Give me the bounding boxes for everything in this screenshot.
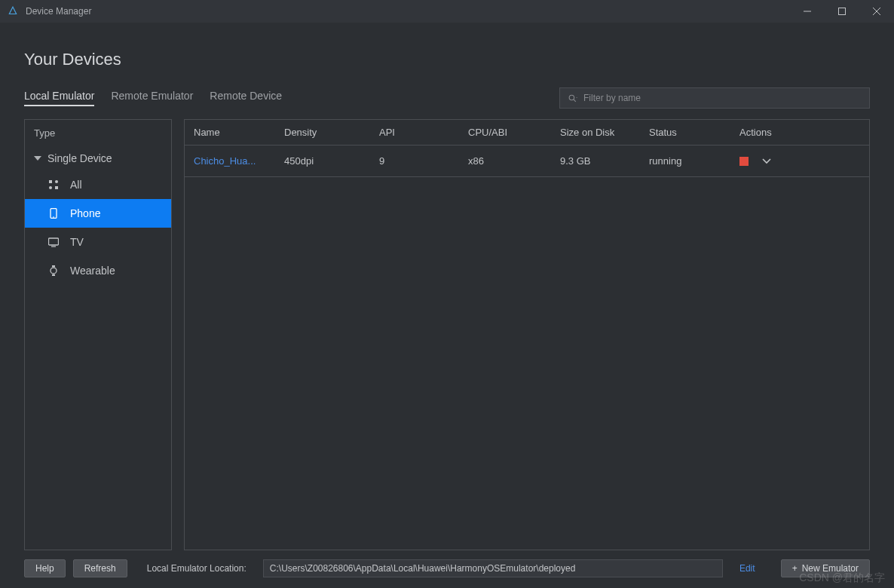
new-emulator-button[interactable]: + New Emulator: [781, 559, 870, 577]
svg-rect-17: [52, 274, 55, 276]
filter-input[interactable]: [583, 93, 862, 103]
location-input[interactable]: [263, 559, 723, 577]
cell-size: 9.3 GB: [551, 155, 640, 167]
close-button[interactable]: [859, 0, 894, 23]
device-table: Name Density API CPU/ABI Size on Disk St…: [184, 119, 870, 550]
content: Your Devices Local Emulator Remote Emula…: [0, 23, 894, 550]
window-controls: [790, 0, 894, 23]
sidebar-header: Type: [25, 120, 171, 146]
svg-point-8: [55, 180, 58, 183]
refresh-button[interactable]: Refresh: [73, 559, 127, 577]
tab-local-emulator[interactable]: Local Emulator: [24, 90, 94, 106]
plus-icon: +: [792, 563, 798, 574]
th-status: Status: [640, 127, 730, 138]
tab-remote-emulator[interactable]: Remote Emulator: [111, 90, 193, 106]
titlebar: Device Manager: [0, 0, 894, 23]
page-title: Your Devices: [24, 50, 870, 69]
svg-line-5: [574, 100, 576, 102]
cell-status: running: [640, 155, 730, 167]
th-api: API: [370, 127, 459, 138]
th-cpu: CPU/ABI: [459, 127, 551, 138]
sidebar-item-label: Phone: [70, 207, 100, 219]
th-size: Size on Disk: [551, 127, 640, 138]
sidebar-item-tv[interactable]: TV: [25, 228, 171, 256]
location-label: Local Emulator Location:: [147, 563, 246, 574]
search-icon: [568, 93, 577, 103]
svg-point-9: [49, 186, 52, 189]
chevron-down-icon: [34, 156, 41, 161]
chevron-down-icon[interactable]: [762, 158, 771, 164]
help-button[interactable]: Help: [24, 559, 66, 577]
grid-icon: [47, 179, 60, 191]
cell-api: 9: [370, 155, 459, 167]
sidebar-item-label: All: [70, 179, 82, 191]
table-header: Name Density API CPU/ABI Size on Disk St…: [185, 120, 869, 145]
svg-rect-13: [49, 238, 59, 245]
cell-density: 450dpi: [275, 155, 370, 167]
minimize-button[interactable]: [790, 0, 825, 23]
svg-point-15: [51, 268, 57, 274]
cell-cpu: x86: [459, 155, 551, 167]
watch-icon: [47, 265, 60, 277]
svg-rect-1: [839, 8, 846, 15]
svg-rect-10: [55, 186, 58, 189]
sidebar-item-label: TV: [70, 236, 84, 248]
app-logo-icon: [8, 6, 18, 17]
th-actions: Actions: [730, 127, 869, 138]
tree-single-device[interactable]: Single Device: [25, 146, 171, 170]
sidebar-item-label: Wearable: [70, 265, 115, 277]
tree-parent-label: Single Device: [47, 152, 112, 164]
edit-link[interactable]: Edit: [739, 563, 755, 574]
cell-name[interactable]: Chicho_Hua...: [185, 155, 275, 167]
sidebar: Type Single Device All Phone: [24, 119, 172, 550]
main-row: Type Single Device All Phone: [24, 119, 870, 550]
footer: Help Refresh Local Emulator Location: Ed…: [0, 559, 894, 577]
sidebar-item-phone[interactable]: Phone: [25, 199, 171, 228]
sidebar-item-wearable[interactable]: Wearable: [25, 256, 171, 285]
window-title: Device Manager: [26, 6, 91, 17]
cell-actions: [730, 157, 869, 166]
new-emulator-label: New Emulator: [802, 563, 859, 574]
stop-icon[interactable]: [739, 157, 749, 166]
tabs: Local Emulator Remote Emulator Remote De…: [24, 90, 282, 106]
tv-icon: [47, 236, 60, 248]
filter-container: [559, 87, 870, 109]
svg-rect-16: [52, 265, 55, 267]
table-row[interactable]: Chicho_Hua... 450dpi 9 x86 9.3 GB runnin…: [185, 145, 869, 177]
svg-point-4: [569, 95, 574, 100]
maximize-button[interactable]: [825, 0, 859, 23]
svg-rect-7: [49, 180, 52, 183]
sidebar-item-all[interactable]: All: [25, 170, 171, 199]
phone-icon: [47, 207, 60, 219]
tab-remote-device[interactable]: Remote Device: [210, 90, 282, 106]
th-density: Density: [275, 127, 370, 138]
th-name: Name: [185, 127, 275, 138]
tabs-row: Local Emulator Remote Emulator Remote De…: [24, 87, 870, 109]
